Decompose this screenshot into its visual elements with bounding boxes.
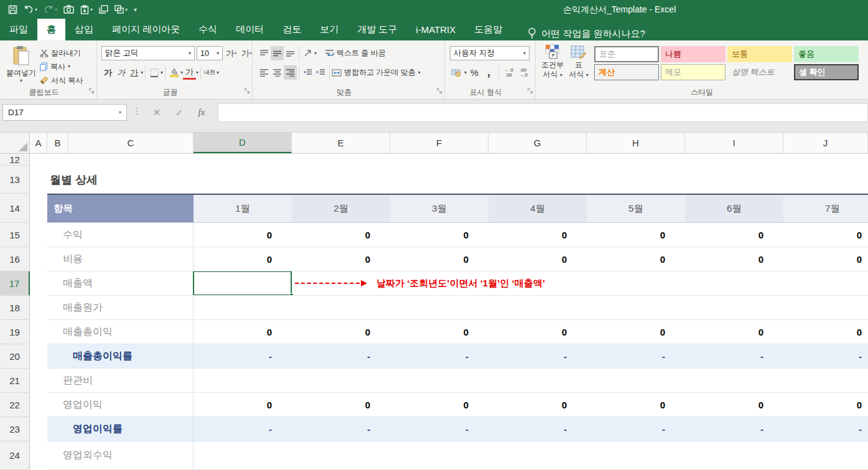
- row-header-24[interactable]: 24: [0, 441, 30, 470]
- value-cell[interactable]: [194, 441, 292, 469]
- underline-button[interactable]: 가: [128, 65, 141, 80]
- increase-font-size-button[interactable]: 가˄: [225, 46, 238, 60]
- row-header-21[interactable]: 21: [0, 369, 30, 393]
- value-cell[interactable]: 0: [685, 320, 783, 344]
- value-cell[interactable]: [685, 296, 783, 319]
- increase-decimal-button[interactable]: ←.0.00: [502, 65, 515, 80]
- value-cell[interactable]: 0: [587, 320, 685, 344]
- table-header-month-6월[interactable]: 6월: [685, 195, 783, 222]
- value-cell[interactable]: 0: [488, 320, 587, 344]
- value-cell[interactable]: [783, 369, 868, 392]
- table-header-month-1월[interactable]: 1월: [194, 195, 292, 222]
- value-cell[interactable]: 0: [685, 247, 783, 271]
- value-cell[interactable]: 0: [194, 320, 292, 344]
- format-as-table-button[interactable]: 표 서식 ▾: [566, 44, 592, 79]
- orientation-button[interactable]: [301, 46, 314, 60]
- value-cell[interactable]: [587, 296, 685, 319]
- value-cell[interactable]: -: [194, 344, 292, 368]
- value-cell[interactable]: [587, 369, 685, 392]
- value-cell[interactable]: 0: [587, 247, 685, 271]
- tab-도움말[interactable]: 도움말: [465, 19, 511, 40]
- formula-input[interactable]: [218, 103, 868, 122]
- align-center-button[interactable]: [271, 65, 284, 80]
- row-label-cell[interactable]: 매출액: [47, 271, 194, 295]
- value-cell[interactable]: -: [194, 417, 292, 441]
- value-cell[interactable]: [685, 369, 783, 392]
- value-cell[interactable]: 0: [194, 393, 292, 416]
- value-cell[interactable]: [685, 441, 783, 469]
- value-cell[interactable]: 0: [783, 320, 868, 344]
- row-label-cell[interactable]: 판관비: [47, 369, 194, 392]
- column-header-H[interactable]: H: [587, 133, 685, 153]
- value-cell[interactable]: 0: [292, 247, 390, 271]
- column-header-A[interactable]: A: [30, 133, 47, 153]
- value-cell[interactable]: -: [390, 417, 488, 441]
- value-cell[interactable]: -: [685, 344, 783, 368]
- row-label-cell[interactable]: 영업이익률: [47, 417, 194, 441]
- qat-customize-icon[interactable]: ▾: [132, 5, 139, 14]
- undo-icon[interactable]: ▾: [22, 4, 39, 15]
- cell-style-explain[interactable]: 설명 텍스트: [727, 64, 792, 80]
- value-cell[interactable]: [390, 441, 488, 469]
- value-cell[interactable]: [292, 369, 390, 392]
- camera-icon[interactable]: [62, 4, 76, 15]
- value-cell[interactable]: 0: [488, 223, 587, 247]
- value-cell[interactable]: -: [292, 417, 390, 441]
- comma-style-button[interactable]: ,: [482, 65, 495, 80]
- phonetic-guide-button[interactable]: 내천: [203, 65, 217, 80]
- row-header-22[interactable]: 22: [0, 393, 30, 417]
- row-label-cell[interactable]: 수익: [47, 223, 194, 247]
- value-cell[interactable]: [488, 369, 587, 392]
- dialog-launcher-icon[interactable]: [88, 85, 95, 96]
- value-cell[interactable]: -: [587, 344, 685, 368]
- wrap-text-button[interactable]: 텍스트 줄 바꿈: [325, 47, 386, 60]
- value-cell[interactable]: -: [292, 344, 390, 368]
- value-cell[interactable]: 0: [194, 223, 292, 247]
- value-cell[interactable]: [783, 296, 868, 319]
- align-right-button[interactable]: [284, 65, 297, 80]
- value-cell[interactable]: 0: [488, 247, 587, 271]
- row-label-cell[interactable]: 매출원가: [47, 296, 194, 319]
- table-header-month-4월[interactable]: 4월: [488, 195, 587, 222]
- tab-삽입[interactable]: 삽입: [65, 19, 103, 40]
- column-header-B[interactable]: B: [47, 133, 68, 153]
- value-cell[interactable]: 0: [292, 223, 390, 247]
- italic-button[interactable]: 가: [114, 65, 128, 80]
- value-cell[interactable]: 0: [783, 223, 868, 247]
- font-name-combo[interactable]: 맑은 고딕▾: [101, 46, 195, 60]
- value-cell[interactable]: 0: [390, 223, 488, 247]
- dialog-launcher-icon[interactable]: [527, 85, 533, 96]
- value-cell[interactable]: [587, 271, 685, 295]
- align-left-button[interactable]: [258, 65, 271, 80]
- value-cell[interactable]: -: [488, 344, 587, 368]
- font-size-combo[interactable]: 10▾: [197, 46, 223, 60]
- tell-me-box[interactable]: 어떤 작업을 원하시나요?: [528, 27, 645, 40]
- value-cell[interactable]: [292, 296, 390, 319]
- cell-style-check[interactable]: 셀 확인: [794, 64, 859, 80]
- align-bottom-button[interactable]: [284, 46, 297, 60]
- row-header-17[interactable]: 17: [0, 271, 30, 296]
- value-cell[interactable]: -: [488, 417, 587, 441]
- cell-style-good[interactable]: 좋음: [794, 46, 859, 62]
- fill-color-button[interactable]: [167, 65, 180, 80]
- tab-홈[interactable]: 홈: [37, 19, 65, 40]
- value-cell[interactable]: 0: [783, 393, 868, 416]
- enter-icon[interactable]: ✓: [169, 107, 190, 118]
- borders-button[interactable]: [147, 65, 161, 80]
- arrange-icon[interactable]: ▾: [113, 4, 129, 15]
- cell-style-normal[interactable]: 표준: [594, 46, 659, 62]
- percent-style-button[interactable]: %: [468, 65, 481, 80]
- decrease-font-size-button[interactable]: 가˅: [240, 46, 254, 60]
- merge-center-button[interactable]: 병합하고 가운데 맞춤▾: [332, 66, 421, 80]
- table-header-month-2월[interactable]: 2월: [292, 195, 390, 222]
- selected-cell-D17[interactable]: [194, 271, 292, 295]
- value-cell[interactable]: 0: [292, 320, 390, 344]
- decrease-decimal-button[interactable]: .00→.0: [516, 65, 530, 80]
- value-cell[interactable]: 0: [685, 393, 783, 416]
- row-label-cell[interactable]: 매출총이익: [47, 320, 194, 344]
- value-cell[interactable]: [292, 441, 390, 469]
- number-format-combo[interactable]: 사용자 지정▾: [450, 46, 530, 60]
- copy-button[interactable]: 복사▾: [40, 60, 83, 73]
- cut-button[interactable]: 잘라내기: [40, 46, 83, 60]
- paste-button[interactable]: 붙여넣기 ▾: [4, 45, 39, 83]
